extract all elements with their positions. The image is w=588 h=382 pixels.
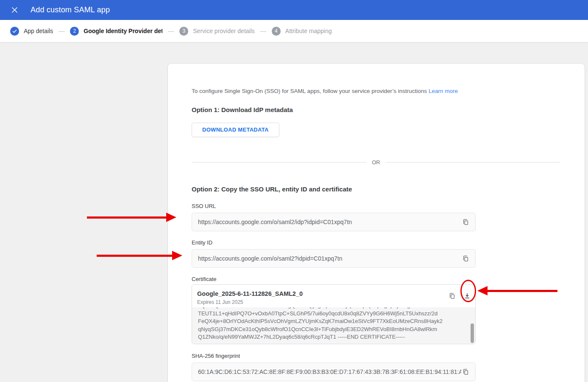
step-complete-check-icon — [10, 27, 19, 36]
copy-sso-url-button[interactable] — [461, 218, 470, 227]
learn-more-link[interactable]: Learn more — [429, 88, 458, 94]
certificate-actions — [448, 290, 472, 301]
sso-url-field[interactable]: https://accounts.google.com/o/saml2/idp?… — [192, 213, 476, 231]
step-connector: — — [59, 28, 64, 34]
certificate-name: Google_2025-6-11-112826_SAML2_0 — [197, 290, 303, 297]
step-app-details[interactable]: App details — [10, 27, 53, 36]
certificate-scrollbar-thumb[interactable] — [471, 323, 474, 343]
copy-entity-id-button[interactable] — [461, 254, 470, 263]
page-body: To configure Single Sign-On (SSO) for SA… — [0, 42, 588, 382]
step-number-badge: 3 — [179, 27, 188, 36]
content-card: To configure Single Sign-On (SSO) for SA… — [168, 64, 585, 382]
entity-id-field[interactable]: https://accounts.google.com/o/saml2?idpi… — [192, 249, 476, 268]
download-certificate-button[interactable] — [463, 291, 472, 301]
step-label: Attribute mapping — [285, 28, 332, 34]
copy-icon — [462, 368, 469, 376]
dialog-title: Add custom SAML app — [31, 6, 110, 14]
certificate-card: Google_2025-6-11-112826_SAML2_0 Expires … — [192, 284, 476, 344]
certificate-body-scrollarea[interactable]: hQIDAQABo4GDMIGAMB0GA1UdDgQWBBQyJg4qSPCz… — [192, 307, 475, 344]
close-button[interactable] — [9, 5, 20, 15]
certificate-title-block: Google_2025-6-11-112826_SAML2_0 Expires … — [197, 290, 303, 305]
divider-label: OR — [366, 159, 386, 166]
option2-heading: Option 2: Copy the SSO URL, entity ID an… — [192, 185, 560, 193]
dialog-header: Add custom SAML app — [0, 0, 588, 20]
step-number-badge: 2 — [70, 27, 79, 36]
sso-url-value: https://accounts.google.com/o/saml2/idp?… — [198, 219, 352, 225]
step-google-idp-details[interactable]: 2 Google Identity Provider details — [70, 27, 162, 36]
step-number-badge: 4 — [272, 27, 281, 36]
wizard-stepper: App details — 2 Google Identity Provider… — [0, 20, 588, 42]
step-label: App details — [24, 28, 53, 34]
copy-icon — [462, 255, 469, 262]
option1-heading: Option 1: Download IdP metadata — [192, 106, 560, 113]
certificate-label: Certificate — [192, 276, 560, 282]
or-divider: OR — [192, 159, 560, 166]
sha256-label: SHA-256 fingerprint — [192, 353, 560, 359]
certificate-expiry: Expires 11 Jun 2025 — [197, 299, 303, 305]
sha256-field[interactable]: 60:1A:9C:D6:1C:53:72:AC:8E:8F:8E:F9:00:B… — [192, 362, 476, 381]
certificate-header: Google_2025-6-11-112826_SAML2_0 Expires … — [192, 285, 475, 307]
certificate-text: hQIDAQABo4GDMIGAMB0GA1UdDgQWBBQyJg4qSPCz… — [198, 307, 465, 341]
download-metadata-button[interactable]: DOWNLOAD METADATA — [192, 123, 279, 137]
certificate-line: TEUT1L1+qHdIPQ7O+vOxbA0TtpC+SLGhP5/7ui6o… — [198, 310, 465, 318]
step-label: Service provider details — [193, 28, 255, 34]
entity-id-value: https://accounts.google.com/o/saml2?idpi… — [198, 255, 343, 262]
copy-icon — [462, 219, 469, 226]
intro-sentence: To configure Single Sign-On (SSO) for SA… — [192, 88, 427, 94]
step-connector: — — [260, 28, 266, 34]
sha256-value: 60:1A:9C:D6:1C:53:72:AC:8E:8F:8E:F9:00:B… — [198, 368, 461, 375]
certificate-line: Q1ZNko/q/eN99YaMWJZ+7hL2Dyaq6c58/q6cRcpT… — [198, 333, 465, 341]
divider-line — [386, 162, 560, 163]
step-connector: — — [168, 28, 174, 34]
intro-text: To configure Single Sign-On (SSO) for SA… — [192, 88, 560, 94]
entity-id-label: Entity ID — [192, 239, 560, 246]
certificate-line: qNyqSGj37mDKCe31oQyb8cWfrofO1QcnCCIe3l+T… — [198, 326, 465, 334]
close-icon — [11, 6, 19, 14]
copy-sha256-button[interactable] — [461, 368, 470, 376]
sso-url-label: SSO URL — [192, 203, 560, 209]
step-service-provider-details[interactable]: 3 Service provider details — [179, 27, 255, 36]
copy-certificate-button[interactable] — [448, 292, 457, 301]
step-label: Google Identity Provider details — [84, 28, 162, 34]
step-attribute-mapping[interactable]: 4 Attribute mapping — [272, 27, 332, 36]
certificate-line: FeQX4je+8OrlYOdAcKthIP5sVcOhVgmLZYUjmKsZ… — [198, 317, 465, 326]
divider-line — [192, 162, 366, 163]
download-icon — [463, 292, 471, 300]
copy-icon — [449, 292, 456, 300]
